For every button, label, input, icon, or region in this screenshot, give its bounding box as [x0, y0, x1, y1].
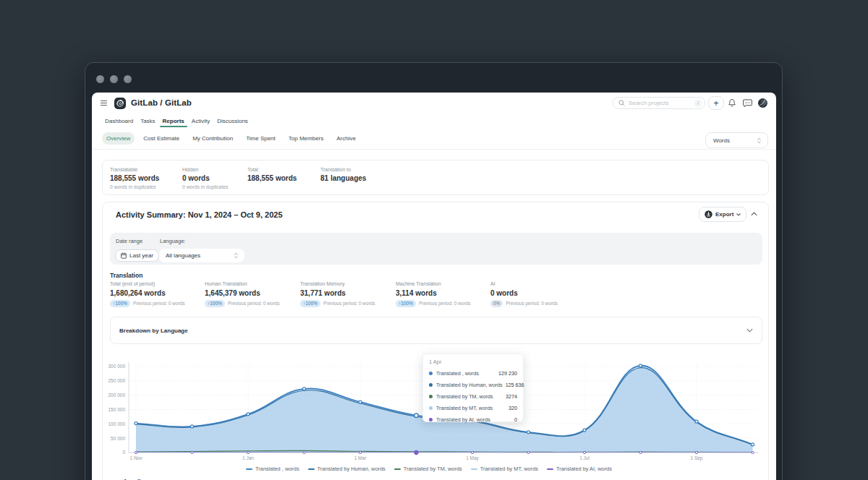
- select-caret-icon: [757, 137, 762, 144]
- window-dot[interactable]: [110, 75, 118, 83]
- stat-label: Translation to: [320, 167, 768, 172]
- legend-label: Translated , words: [255, 466, 299, 472]
- breakdown-by-language-toggle[interactable]: Breakdown by Language: [110, 317, 762, 344]
- subtab-overview[interactable]: Overview: [102, 132, 135, 145]
- browser-window: GitLab / GitLab Search projects / + Das: [85, 62, 783, 480]
- report-subtabs: OverviewCost EstimateMy ContributionTime…: [92, 127, 776, 150]
- collapse-section-icon[interactable]: [748, 208, 760, 220]
- series-dot-icon: [429, 406, 433, 410]
- create-new-button[interactable]: +: [708, 96, 724, 110]
- legend-dash-icon: [394, 468, 401, 470]
- search-icon: [618, 100, 625, 106]
- unit-select-value: Words: [713, 137, 757, 144]
- window-dot[interactable]: [96, 75, 104, 83]
- nav-tab-reports[interactable]: Reports: [163, 114, 184, 127]
- stat-value: 0 words: [182, 174, 247, 182]
- stat-value: 1,645,379 words: [205, 289, 300, 297]
- messages-icon[interactable]: [743, 99, 752, 108]
- search-placeholder: Search projects: [629, 100, 694, 106]
- nav-tab-tasks[interactable]: Tasks: [140, 114, 155, 127]
- legend-item[interactable]: Translated by Human, words: [308, 466, 386, 472]
- legend-dash-icon: [471, 468, 477, 470]
- search-shortcut-badge: /: [694, 100, 702, 107]
- summary-stat: Translation to81 languages: [320, 167, 768, 194]
- user-avatar[interactable]: [758, 98, 767, 108]
- project-logo[interactable]: [114, 98, 126, 109]
- series-dot-icon: [429, 418, 433, 421]
- search-input[interactable]: Search projects /: [613, 97, 705, 109]
- tooltip-series-value: 320: [509, 405, 517, 411]
- notifications-bell-icon[interactable]: [728, 98, 736, 108]
- subtab-my-contribution[interactable]: My Contribution: [188, 132, 237, 145]
- stat-value: 1,680,264 words: [110, 289, 205, 297]
- legend-item[interactable]: Translated by MT, words: [471, 466, 538, 472]
- svg-text:250 000: 250 000: [109, 378, 126, 383]
- previous-period-note: Previous period: 0 words: [228, 301, 280, 306]
- tooltip-series-value: 0: [514, 416, 517, 423]
- download-icon: [705, 210, 712, 218]
- date-range-label: Date range: [116, 238, 142, 244]
- language-label: Language:: [160, 238, 185, 244]
- nav-tab-activity[interactable]: Activity: [192, 114, 210, 127]
- subtab-time-spent[interactable]: Time Spent: [242, 132, 280, 145]
- translation-stat: Human Translation1,645,379 words↑100%Pre…: [205, 281, 300, 307]
- stat-label: Hidden: [182, 167, 247, 172]
- stat-label: Translation Memory: [300, 281, 396, 286]
- app-header: GitLab / GitLab Search projects / +: [92, 93, 776, 114]
- translation-stat: Machine Translation3,114 words↑100%Previ…: [396, 281, 490, 307]
- stat-label: AI: [490, 281, 762, 286]
- date-range-button[interactable]: Last year: [115, 249, 159, 262]
- legend-label: Translated by MT, words: [480, 466, 538, 472]
- filter-bar: Date range Language: Last year All langu…: [110, 233, 762, 265]
- trend-badge: ↑100%: [300, 300, 320, 307]
- summary-stat: Hidden0 words0 words in duplicates: [182, 167, 247, 194]
- legend-dash-icon: [547, 468, 553, 470]
- stat-value: 81 languages: [320, 174, 768, 182]
- tooltip-row: Translated by MT, words320: [429, 403, 517, 414]
- legend-item[interactable]: Translated , words: [246, 466, 299, 472]
- svg-text:1 Nov: 1 Nov: [130, 455, 143, 460]
- trend-badge: 0%: [490, 300, 503, 307]
- translation-section-heading: Translation: [110, 272, 142, 279]
- translation-stat: AI0 words0%Previous period: 0 words: [490, 281, 762, 307]
- legend-label: Translated by Human, words: [318, 466, 386, 472]
- series-dot-icon: [429, 372, 433, 375]
- stat-value: 31,771 words: [300, 289, 396, 297]
- export-label: Export: [715, 211, 733, 218]
- translation-stat: Total (end of period)1,680,264 words↑100…: [110, 281, 205, 307]
- select-caret-icon: [234, 252, 239, 259]
- series-dot-icon: [429, 383, 433, 387]
- unit-select[interactable]: Words: [705, 132, 768, 148]
- tooltip-row: Translated by Human, words125 636: [429, 379, 517, 390]
- nav-tabs: DashboardTasksReportsActivityDiscussions: [92, 114, 776, 127]
- legend-dash-icon: [246, 468, 252, 470]
- calendar-icon: [121, 252, 127, 259]
- stat-value: 188,555 words: [110, 174, 182, 182]
- previous-period-note: Previous period: 0 words: [133, 301, 185, 306]
- window-controls: [96, 75, 132, 83]
- svg-text:100 000: 100 000: [109, 421, 126, 427]
- export-button[interactable]: Export: [699, 207, 746, 222]
- language-select-value: All languages: [166, 252, 234, 259]
- legend-item[interactable]: Translated by AI, words: [547, 466, 612, 472]
- window-dot[interactable]: [124, 75, 132, 83]
- tooltip-series-label: Translated , words: [436, 370, 495, 377]
- legend-item[interactable]: Translated by TM, words: [394, 466, 462, 472]
- tooltip-row: Translated , words129 230: [429, 367, 517, 379]
- date-range-value: Last year: [129, 252, 153, 259]
- svg-text:1 Mar: 1 Mar: [354, 455, 367, 460]
- activity-summary-card: Activity Summary: Nov 1, 2024 – Oct 9, 2…: [102, 202, 769, 480]
- tooltip-row: Translated by AI, words0: [429, 414, 517, 426]
- hamburger-menu-icon[interactable]: [101, 100, 107, 106]
- language-select[interactable]: All languages: [159, 249, 244, 262]
- subtab-cost-estimate[interactable]: Cost Estimate: [139, 132, 184, 145]
- nav-tab-discussions[interactable]: Discussions: [217, 114, 248, 127]
- subtab-top-members[interactable]: Top Members: [284, 132, 328, 145]
- trend-badge: ↑100%: [396, 300, 416, 307]
- subtab-archive[interactable]: Archive: [332, 132, 360, 145]
- nav-tab-dashboard[interactable]: Dashboard: [105, 114, 133, 127]
- stat-label: Total (end of period): [110, 281, 205, 286]
- svg-text:0: 0: [122, 450, 125, 455]
- activity-summary-header: Activity Summary: Nov 1, 2024 – Oct 9, 2…: [103, 202, 768, 233]
- translation-stats-row: Total (end of period)1,680,264 words↑100…: [110, 281, 762, 307]
